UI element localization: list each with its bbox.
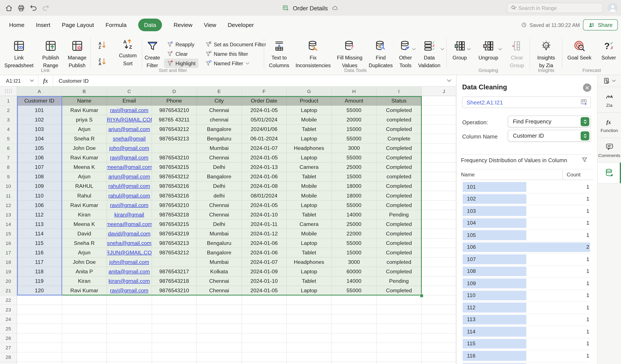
cell-D19[interactable]: 9876543217: [152, 267, 197, 277]
cell-G12[interactable]: Laptop: [287, 201, 332, 210]
solver-button[interactable]: ?✓✗ Solver: [601, 39, 616, 62]
cell-D3[interactable]: 98765 43211: [152, 115, 197, 125]
cell-A21[interactable]: 120: [17, 286, 62, 296]
cell-E13[interactable]: Chennai: [197, 210, 242, 220]
cell-E6[interactable]: Mumbai: [197, 144, 242, 153]
cell-G4[interactable]: Tablet: [287, 125, 332, 134]
cell-C7[interactable]: ravi@gmail.com: [107, 153, 152, 163]
create-filter-button[interactable]: Create Filter: [144, 39, 160, 70]
cell-D28[interactable]: [152, 353, 197, 362]
cell-E11[interactable]: delhi: [197, 191, 242, 201]
cell-G24[interactable]: [287, 315, 332, 324]
cell-C2[interactable]: ravi@gmail.com: [107, 106, 152, 115]
cell-A11[interactable]: 110: [17, 191, 62, 201]
cell-A4[interactable]: 103: [17, 125, 62, 134]
cell-I11[interactable]: Completed: [377, 191, 422, 201]
cell-J27[interactable]: [422, 343, 456, 352]
cell-C14[interactable]: meena@gmail.com: [107, 220, 152, 229]
cell-F28[interactable]: [242, 353, 287, 362]
cell-F27[interactable]: [242, 343, 287, 352]
row-header-21[interactable]: 21: [0, 286, 17, 296]
cell-I17[interactable]: Completed: [377, 248, 422, 258]
column-header-B[interactable]: B: [62, 87, 107, 96]
cell-F1[interactable]: Order Date: [242, 96, 287, 106]
cell-H4[interactable]: 15000: [332, 125, 377, 134]
cell-C3[interactable]: PRIYA@GMAIL.COM: [107, 115, 152, 125]
column-header-C[interactable]: C: [107, 87, 152, 96]
cell-C25[interactable]: [107, 324, 152, 333]
cell-D13[interactable]: 9876543218: [152, 210, 197, 220]
cell-D11[interactable]: 9876543216: [152, 191, 197, 201]
cell-H26[interactable]: [332, 333, 377, 343]
cell-C13[interactable]: kiran@gmail: [107, 210, 152, 220]
cell-I25[interactable]: [377, 324, 422, 333]
cell-G28[interactable]: [287, 353, 332, 362]
name-column-header[interactable]: Name: [461, 169, 562, 180]
cell-C8[interactable]: meena@gmail.com: [107, 163, 152, 172]
cell-H19[interactable]: 60000: [332, 267, 377, 277]
cell-H16[interactable]: 55000: [332, 239, 377, 248]
cell-G15[interactable]: Mobile: [287, 229, 332, 238]
cell-C19[interactable]: anita@gmail.com: [107, 267, 152, 277]
row-header-13[interactable]: 13: [0, 210, 17, 220]
cell-G13[interactable]: Tablet: [287, 210, 332, 220]
frequency-row-114[interactable]: 1141: [463, 326, 590, 338]
cell-J29[interactable]: [422, 362, 456, 364]
cell-D18[interactable]: [152, 258, 197, 267]
cell-A18[interactable]: 117: [17, 258, 62, 267]
row-header-26[interactable]: 26: [0, 333, 17, 343]
cell-A6[interactable]: 105: [17, 144, 62, 153]
cell-D6[interactable]: [152, 144, 197, 153]
row-header-10[interactable]: 10: [0, 182, 17, 191]
cell-B25[interactable]: [62, 324, 107, 333]
cell-A5[interactable]: 104: [17, 134, 62, 144]
cell-J10[interactable]: [422, 182, 456, 191]
cell-B14[interactable]: Meena K: [62, 220, 107, 229]
cell-E18[interactable]: Mumbai: [197, 258, 242, 267]
cell-G5[interactable]: Laptop: [287, 134, 332, 144]
custom-sort-button[interactable]: AZ Custom Sort: [119, 37, 137, 68]
cell-J1[interactable]: [422, 96, 456, 106]
cell-C17[interactable]: ARJUN@GMAIL.COM: [107, 248, 152, 258]
cell-H11[interactable]: 18000: [332, 191, 377, 201]
cell-E7[interactable]: Chennai: [197, 153, 242, 163]
cell-D20[interactable]: 9876543218: [152, 277, 197, 286]
cell-C27[interactable]: [107, 343, 152, 352]
cell-G18[interactable]: Headphones: [287, 258, 332, 267]
cell-G21[interactable]: Laptop: [287, 286, 332, 296]
cell-F5[interactable]: 06-01-2024: [242, 134, 287, 144]
cell-F6[interactable]: 2024-01-07: [242, 144, 287, 153]
cell-D7[interactable]: 9876543210: [152, 153, 197, 163]
cell-F2[interactable]: 2024-01-05: [242, 106, 287, 115]
column-header-H[interactable]: H: [332, 87, 377, 96]
sort-descending-icon[interactable]: ZA: [96, 57, 108, 67]
row-header-17[interactable]: 17: [0, 248, 17, 258]
cell-J11[interactable]: [422, 191, 456, 201]
cell-D29[interactable]: [152, 362, 197, 364]
cell-D15[interactable]: 9876543219: [152, 229, 197, 238]
cell-F15[interactable]: 2024-01-12: [242, 229, 287, 238]
cell-H29[interactable]: [332, 362, 377, 364]
clear-group-button[interactable]: Clear Group: [510, 39, 524, 70]
cell-D2[interactable]: 9876543210: [152, 106, 197, 115]
row-header-5[interactable]: 5: [0, 134, 17, 144]
cell-B18[interactable]: John Doe: [62, 258, 107, 267]
cell-F4[interactable]: 2024/01/06: [242, 125, 287, 134]
cell-D9[interactable]: 9876543212: [152, 172, 197, 182]
cell-G17[interactable]: Tablet: [287, 248, 332, 258]
cell-G26[interactable]: [287, 333, 332, 343]
cell-I19[interactable]: Completed: [377, 267, 422, 277]
cell-I1[interactable]: Status: [377, 96, 422, 106]
row-header-1[interactable]: 1: [0, 96, 17, 106]
cell-C21[interactable]: ravi@gmail.com: [107, 286, 152, 296]
cell-F10[interactable]: 2024-01-08: [242, 182, 287, 191]
cell-E22[interactable]: [197, 296, 242, 305]
cell-J17[interactable]: [422, 248, 456, 258]
highlight-filter-button[interactable]: Highlight: [164, 59, 198, 68]
row-header-22[interactable]: 22: [0, 296, 17, 305]
cell-F29[interactable]: [242, 362, 287, 364]
cell-C15[interactable]: david@gmail.com: [107, 229, 152, 238]
cell-B8[interactable]: Meena K: [62, 163, 107, 172]
cell-H15[interactable]: 22000: [332, 229, 377, 238]
cell-C20[interactable]: kiran@gmail.com: [107, 277, 152, 286]
